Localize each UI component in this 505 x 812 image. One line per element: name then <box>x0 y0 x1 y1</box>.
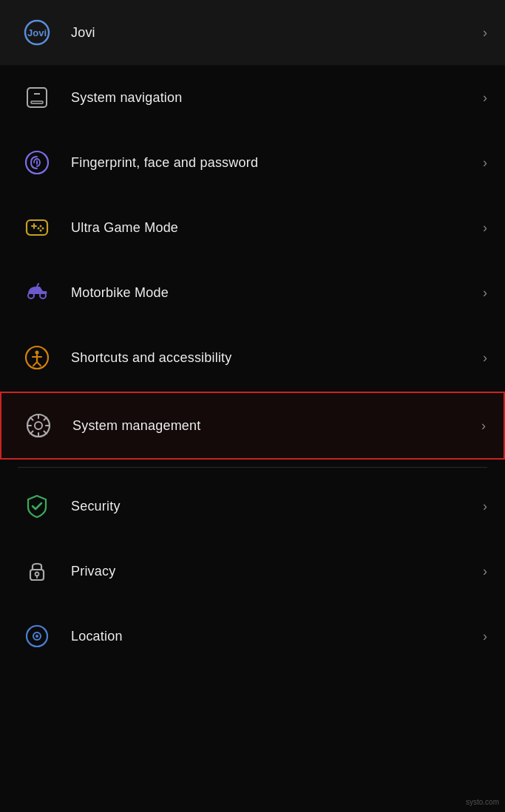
settings-item-system-management[interactable]: System management › <box>0 392 505 460</box>
settings-item-fingerprint[interactable]: Fingerprint, face and password › <box>0 130 505 195</box>
svg-rect-7 <box>27 220 47 235</box>
privacy-icon <box>18 552 56 590</box>
system-management-label: System management <box>72 418 475 434</box>
system-management-icon <box>19 406 58 445</box>
privacy-chevron: › <box>483 564 487 579</box>
svg-point-13 <box>38 228 40 230</box>
svg-rect-10 <box>33 223 35 229</box>
svg-point-18 <box>35 351 39 355</box>
svg-rect-3 <box>31 101 43 103</box>
svg-line-32 <box>30 431 33 434</box>
jovi-chevron: › <box>483 25 487 41</box>
shortcuts-accessibility-label: Shortcuts and accessibility <box>71 350 477 366</box>
settings-item-motorbike-mode[interactable]: Motorbike Mode › <box>0 260 505 325</box>
game-icon <box>18 208 56 247</box>
location-chevron: › <box>483 629 487 644</box>
settings-item-jovi[interactable]: Jovi Jovi › <box>0 0 505 65</box>
system-management-chevron: › <box>481 418 486 434</box>
accessibility-icon <box>18 338 56 377</box>
motorbike-mode-chevron: › <box>483 285 487 301</box>
settings-item-security[interactable]: Security › <box>0 474 505 539</box>
motorbike-mode-label: Motorbike Mode <box>71 285 477 301</box>
privacy-label: Privacy <box>71 564 477 579</box>
system-navigation-chevron: › <box>483 90 487 106</box>
shortcuts-accessibility-chevron: › <box>483 350 487 366</box>
section-divider <box>18 467 487 468</box>
security-label: Security <box>71 499 477 514</box>
watermark: systo.com <box>466 798 499 806</box>
svg-line-21 <box>33 362 37 366</box>
jovi-icon: Jovi <box>18 13 56 52</box>
settings-item-location[interactable]: Location › <box>0 604 505 669</box>
settings-item-ultra-game-mode[interactable]: Ultra Game Mode › <box>0 195 505 260</box>
svg-point-14 <box>40 230 42 232</box>
settings-item-system-navigation[interactable]: System navigation › <box>0 65 505 130</box>
system-navigation-icon <box>18 78 56 117</box>
svg-line-22 <box>37 362 41 366</box>
settings-list: Jovi Jovi › System navigation › Finge <box>0 0 505 669</box>
ultra-game-mode-label: Ultra Game Mode <box>71 220 477 236</box>
svg-line-29 <box>30 417 33 420</box>
settings-item-privacy[interactable]: Privacy › <box>0 539 505 604</box>
jovi-label: Jovi <box>71 25 477 41</box>
fingerprint-chevron: › <box>483 155 487 171</box>
svg-point-24 <box>35 422 42 429</box>
fingerprint-icon <box>18 143 56 182</box>
location-icon <box>18 617 56 655</box>
fingerprint-label: Fingerprint, face and password <box>71 155 477 171</box>
system-navigation-label: System navigation <box>71 90 477 106</box>
svg-rect-33 <box>30 570 44 580</box>
settings-item-shortcuts-accessibility[interactable]: Shortcuts and accessibility › <box>0 325 505 390</box>
motorbike-icon <box>18 273 56 312</box>
security-icon <box>18 487 56 525</box>
svg-line-31 <box>44 417 47 420</box>
svg-point-12 <box>42 228 44 230</box>
svg-text:Jovi: Jovi <box>27 27 47 38</box>
svg-point-11 <box>40 225 42 228</box>
ultra-game-mode-chevron: › <box>483 220 487 236</box>
svg-point-38 <box>35 635 38 638</box>
svg-rect-2 <box>27 88 47 107</box>
security-chevron: › <box>483 499 487 514</box>
svg-line-30 <box>44 431 47 434</box>
location-label: Location <box>71 629 477 644</box>
